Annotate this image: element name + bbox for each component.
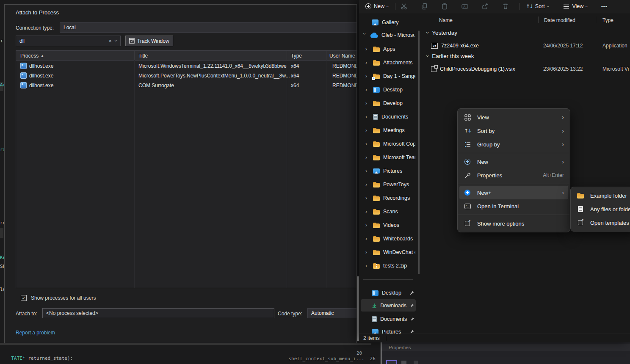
chevron-down-icon[interactable]: › xyxy=(113,40,119,41)
scissors-icon xyxy=(401,3,407,10)
column-header-type[interactable]: Type xyxy=(291,51,302,61)
sort-button[interactable]: ↑↓ Sort › xyxy=(522,1,553,12)
submenu-item-open-templates[interactable]: Open templates xyxy=(572,216,630,229)
sidebar-item-downloads-pinned[interactable]: Downloads xyxy=(372,300,414,311)
process-filter-input[interactable]: dll × › xyxy=(16,36,121,46)
process-row[interactable]: dllhost.exe Microsoft.PowerToys.NewPlusC… xyxy=(16,71,356,80)
copy-button[interactable] xyxy=(418,1,430,12)
process-row[interactable]: dllhost.exe Microsoft.WindowsTerminal_1.… xyxy=(16,61,356,71)
chevron-right-icon[interactable]: › xyxy=(365,114,370,120)
sidebar-item-whiteboards[interactable]: ›Whiteboards xyxy=(365,233,413,244)
sidebar-item-windevchat[interactable]: ›WinDevChat c xyxy=(365,247,415,258)
properties-control[interactable] xyxy=(401,361,406,364)
chevron-right-icon[interactable]: › xyxy=(365,263,370,269)
menu-item-properties[interactable]: Properties Alt+Enter xyxy=(459,168,568,182)
sidebar-item-pictures[interactable]: ›Pictures xyxy=(365,165,402,176)
chevron-right-icon[interactable]: › xyxy=(365,195,370,201)
chevron-right-icon[interactable]: › xyxy=(365,168,370,174)
file-date: 23/06/2025 13:22 xyxy=(543,66,583,72)
chevron-right-icon[interactable]: › xyxy=(365,222,370,228)
show-all-users-option[interactable]: ✓ Show processes for all users xyxy=(21,295,96,301)
process-name: dllhost.exe xyxy=(29,73,53,79)
explorer-status-bar: 2 items xyxy=(359,334,630,342)
see-more-button[interactable]: ••• xyxy=(597,1,611,12)
chevron-right-icon[interactable]: › xyxy=(365,141,370,147)
column-header-name[interactable]: Name xyxy=(439,17,453,23)
share-button[interactable] xyxy=(479,1,491,12)
submenu-arrow-icon: › xyxy=(562,114,564,121)
menu-item-sort-by[interactable]: ↑↓ Sort by › xyxy=(459,124,568,138)
process-name: dllhost.exe xyxy=(29,83,53,88)
column-header-type[interactable]: Type xyxy=(602,17,613,23)
sidebar-item-attachments[interactable]: ›Attachments xyxy=(365,57,412,68)
rename-button[interactable]: A xyxy=(459,1,471,12)
process-row[interactable]: dllhost.exe COM Surrogate x64 REDMOND xyxy=(16,80,356,90)
code-type-select[interactable]: Automatic xyxy=(307,308,357,318)
menu-item-new[interactable]: New › xyxy=(459,155,568,168)
chevron-right-icon[interactable]: › xyxy=(365,249,370,255)
track-window-button[interactable]: Track Window xyxy=(125,36,173,46)
delete-button[interactable] xyxy=(500,1,511,12)
sidebar-item-documents-pinned[interactable]: Documents xyxy=(372,314,414,325)
file-row[interactable]: ChildProcessDebugging (1).vsix 23/06/202… xyxy=(431,64,630,74)
column-header-date[interactable]: Date modified xyxy=(544,17,575,23)
menu-item-show-more-options[interactable]: Show more options xyxy=(459,217,568,230)
chevron-right-icon[interactable]: › xyxy=(365,236,370,242)
file-row[interactable]: 7z 7z2409-x64.exe 24/06/2025 17:12 Appli… xyxy=(431,41,630,51)
chevron-down-icon: › xyxy=(585,6,589,7)
sidebar-item-tests-zip[interactable]: ›tests 2.zip xyxy=(365,260,407,271)
sidebar-item-desktop[interactable]: ›Desktop xyxy=(365,84,403,95)
sidebar-item-day1[interactable]: ›↗Day 1 - Sangee xyxy=(365,71,415,82)
sidebar-item-microsoft-copilot[interactable]: ›Microsoft Cop xyxy=(365,138,415,149)
report-problem-link[interactable]: Report a problem xyxy=(16,330,55,336)
submenu-item-any-files[interactable]: Any files or folde xyxy=(572,202,630,216)
attach-to-field[interactable]: <No process selected> xyxy=(42,308,274,318)
group-header-yesterday[interactable]: › Yesterday xyxy=(427,30,457,36)
menu-item-open-in-terminal[interactable]: Open in Terminal xyxy=(459,199,568,213)
sidebar-item-onedrive[interactable]: › Gleb - Microsof xyxy=(362,30,418,41)
sidebar-item-meetings[interactable]: ›Meetings xyxy=(365,125,405,136)
file-type: Microsoft Vi xyxy=(602,66,630,72)
cut-button[interactable] xyxy=(398,1,410,12)
sidebar-item-microsoft-teams[interactable]: ›Microsoft Tear xyxy=(365,152,415,163)
track-window-icon xyxy=(129,38,135,44)
chevron-right-icon[interactable]: › xyxy=(365,46,370,52)
sidebar-item-desktop-pinned[interactable]: Desktop xyxy=(372,287,414,298)
menu-item-view[interactable]: View › xyxy=(459,110,568,124)
new-button[interactable]: New › xyxy=(362,1,392,12)
chevron-right-icon[interactable]: › xyxy=(365,87,370,93)
sidebar-item-gallery[interactable]: Gallery xyxy=(372,17,399,28)
chevron-right-icon[interactable]: › xyxy=(365,60,370,66)
sidebar-item-documents[interactable]: ›Documents xyxy=(365,111,408,122)
sidebar-item-powertoys[interactable]: ›PowerToys xyxy=(365,179,409,190)
chevron-right-icon[interactable]: › xyxy=(365,127,370,133)
column-header-process[interactable]: Process ▲ xyxy=(20,51,44,61)
paste-button[interactable] xyxy=(439,1,450,12)
view-button[interactable]: View › xyxy=(559,1,591,12)
checkbox-checked[interactable]: ✓ xyxy=(21,295,27,301)
chevron-right-icon[interactable]: › xyxy=(365,73,370,79)
connection-type-select[interactable]: Local xyxy=(60,22,357,33)
sidebar-item-scans[interactable]: ›Scans xyxy=(365,206,398,217)
chevron-right-icon[interactable]: › xyxy=(365,154,370,160)
chevron-right-icon[interactable]: › xyxy=(365,100,370,106)
properties-control[interactable] xyxy=(414,361,418,364)
menu-item-group-by[interactable]: Group by › xyxy=(459,138,568,151)
chevron-collapse-icon[interactable]: › xyxy=(425,32,431,33)
column-header-user[interactable]: User Name xyxy=(329,51,355,61)
sidebar-item-apps[interactable]: ›Apps xyxy=(365,44,395,55)
group-header-earlier[interactable]: › Earlier this week xyxy=(427,53,474,59)
clear-filter-icon[interactable]: × xyxy=(109,38,112,44)
submenu-item-example-folder[interactable]: Example folder xyxy=(572,189,630,202)
sidebar-item-develop[interactable]: ›Develop xyxy=(365,98,403,109)
sidebar-item-recordings[interactable]: ›Recordings xyxy=(365,193,410,204)
sidebar-scrollbar[interactable] xyxy=(418,30,420,274)
sidebar-item-videos[interactable]: ›Videos xyxy=(365,220,399,231)
menu-item-new-plus[interactable]: New+ › xyxy=(459,186,568,199)
column-header-title[interactable]: Title xyxy=(138,51,148,61)
chevron-collapse-icon[interactable]: › xyxy=(425,55,431,57)
chevron-expanded-icon[interactable]: › xyxy=(362,33,367,37)
chevron-right-icon[interactable]: › xyxy=(365,209,370,215)
chevron-right-icon[interactable]: › xyxy=(365,182,370,188)
properties-focused-control[interactable] xyxy=(386,360,397,364)
